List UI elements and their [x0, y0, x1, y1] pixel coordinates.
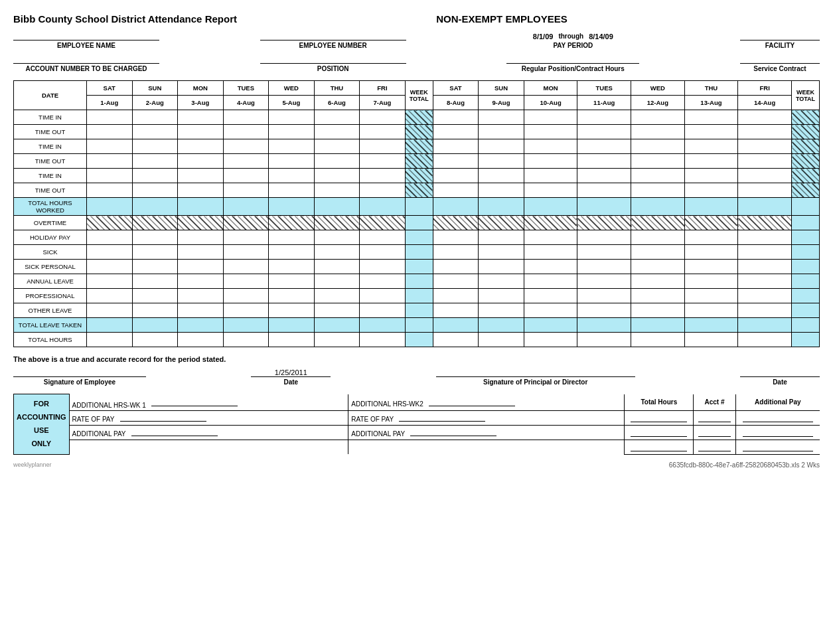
cell[interactable] — [684, 169, 738, 183]
cell[interactable] — [87, 125, 133, 139]
cell[interactable] — [314, 125, 360, 139]
cell[interactable] — [631, 169, 685, 183]
cell[interactable] — [684, 230, 738, 245]
cell[interactable] — [479, 318, 524, 333]
cell[interactable] — [479, 230, 524, 245]
week-total-worked-1[interactable] — [405, 198, 433, 216]
cell[interactable] — [269, 303, 315, 318]
cell[interactable] — [178, 154, 224, 169]
cell[interactable] — [132, 260, 178, 274]
cell[interactable] — [269, 260, 315, 274]
cell[interactable] — [738, 169, 792, 183]
cell[interactable] — [223, 139, 269, 154]
cell[interactable] — [87, 245, 133, 260]
week-total-annual-2[interactable] — [792, 274, 820, 289]
cell[interactable] — [87, 169, 133, 183]
week-total-other-2[interactable] — [792, 303, 820, 318]
cell[interactable] — [178, 274, 224, 289]
cell[interactable] — [360, 125, 406, 139]
cell[interactable] — [684, 333, 738, 347]
cell[interactable] — [577, 230, 631, 245]
cell[interactable] — [738, 110, 792, 125]
cell[interactable] — [269, 333, 315, 347]
cell[interactable] — [524, 183, 577, 198]
cell[interactable] — [479, 333, 524, 347]
cell[interactable] — [433, 303, 479, 318]
week-total-professional-2[interactable] — [792, 289, 820, 303]
cell[interactable] — [577, 169, 631, 183]
cell[interactable] — [360, 318, 406, 333]
cell[interactable] — [132, 303, 178, 318]
cell[interactable] — [479, 125, 524, 139]
cell[interactable] — [178, 289, 224, 303]
cell[interactable] — [433, 333, 479, 347]
cell[interactable] — [87, 139, 133, 154]
cell[interactable] — [223, 333, 269, 347]
cell[interactable] — [577, 260, 631, 274]
cell[interactable] — [738, 245, 792, 260]
cell[interactable] — [631, 154, 685, 169]
cell[interactable] — [178, 125, 224, 139]
week-total-annual-1[interactable] — [405, 274, 433, 289]
cell[interactable] — [631, 230, 685, 245]
cell[interactable] — [360, 303, 406, 318]
cell[interactable] — [684, 274, 738, 289]
cell[interactable] — [360, 245, 406, 260]
cell[interactable] — [132, 318, 178, 333]
cell[interactable] — [178, 183, 224, 198]
cell[interactable] — [178, 230, 224, 245]
cell[interactable] — [479, 260, 524, 274]
cell[interactable] — [684, 110, 738, 125]
week-total-leave-2[interactable] — [792, 318, 820, 333]
cell[interactable] — [433, 230, 479, 245]
cell[interactable] — [684, 260, 738, 274]
cell[interactable] — [433, 289, 479, 303]
week-total-sick-personal-2[interactable] — [792, 260, 820, 274]
cell[interactable] — [314, 318, 360, 333]
cell[interactable] — [87, 198, 133, 216]
cell[interactable] — [433, 198, 479, 216]
cell[interactable] — [178, 260, 224, 274]
cell[interactable] — [269, 139, 315, 154]
cell[interactable] — [223, 274, 269, 289]
cell[interactable] — [433, 139, 479, 154]
cell[interactable] — [360, 139, 406, 154]
week-total-overtime-2[interactable] — [792, 216, 820, 230]
cell[interactable] — [132, 154, 178, 169]
cell[interactable] — [577, 245, 631, 260]
date-line[interactable] — [251, 376, 331, 377]
cell[interactable] — [524, 154, 577, 169]
week-total-hours-1[interactable] — [405, 333, 433, 347]
cell[interactable] — [360, 230, 406, 245]
cell[interactable] — [524, 274, 577, 289]
cell[interactable] — [577, 139, 631, 154]
cell[interactable] — [524, 245, 577, 260]
cell[interactable] — [132, 289, 178, 303]
cell[interactable] — [269, 154, 315, 169]
cell[interactable] — [87, 274, 133, 289]
cell[interactable] — [577, 289, 631, 303]
cell[interactable] — [479, 303, 524, 318]
cell[interactable] — [631, 245, 685, 260]
account-number-field[interactable] — [13, 53, 159, 64]
cell[interactable] — [132, 139, 178, 154]
week-total-holiday-1[interactable] — [405, 230, 433, 245]
cell[interactable] — [223, 289, 269, 303]
cell[interactable] — [360, 110, 406, 125]
cell[interactable] — [524, 318, 577, 333]
cell[interactable] — [631, 289, 685, 303]
cell[interactable] — [314, 139, 360, 154]
cell[interactable] — [132, 125, 178, 139]
cell[interactable] — [738, 183, 792, 198]
cell[interactable] — [314, 154, 360, 169]
cell[interactable] — [87, 333, 133, 347]
cell[interactable] — [132, 230, 178, 245]
employee-signature-line[interactable] — [13, 376, 146, 377]
cell[interactable] — [577, 198, 631, 216]
cell[interactable] — [360, 333, 406, 347]
principal-signature-line[interactable] — [436, 376, 635, 377]
week-total-holiday-2[interactable] — [792, 230, 820, 245]
cell[interactable] — [684, 183, 738, 198]
cell[interactable] — [524, 333, 577, 347]
cell[interactable] — [178, 303, 224, 318]
